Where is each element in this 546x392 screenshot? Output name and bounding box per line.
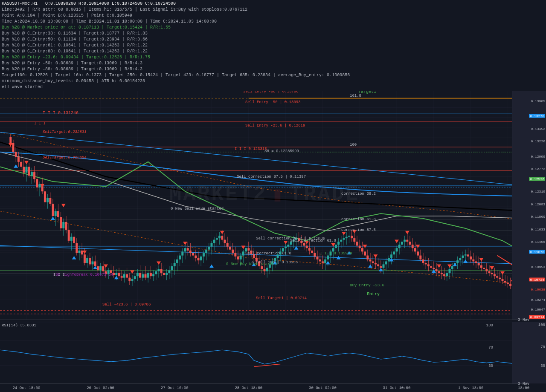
- price-0.12319: 0.12319: [531, 190, 545, 193]
- sell-corr-61-8-label: Sell correction 61.8: [290, 239, 336, 243]
- price-0.13452: 0.13452: [531, 127, 545, 130]
- price-axis: 0.14586 0.14363 0.14136 0.13905 0.13270 …: [512, 68, 546, 320]
- price-0.13270: 0.13270: [529, 114, 545, 118]
- symbol-label: KASUSDT-Mxc.H1: [2, 1, 38, 6]
- price-0.10953: 0.10953: [531, 265, 545, 269]
- buy-market-label: Buy %20 @ Market price or at: 0.107113 |…: [2, 25, 171, 30]
- rsi-axis-30: 30: [540, 364, 545, 368]
- price-0.12093: 0.12093: [531, 202, 545, 206]
- price-0.11860: 0.11860: [531, 215, 545, 219]
- info-line-3: Time A:2024.10.30 13:00:00 | Time B:2024…: [2, 19, 544, 25]
- price-0.11633: 0.11633: [531, 227, 545, 231]
- sell-target-label: Sell Target1 | 0.09714: [256, 296, 307, 300]
- sell-target-3-label: SellTarget:0.232831: [43, 130, 87, 134]
- price-0.10047: 0.10047: [531, 308, 545, 311]
- price-blue-1: 0.13270: [529, 114, 545, 118]
- price-0.11406: 0.11406: [531, 240, 545, 244]
- chart-container: KASUSDT-Mxc.H1 O:0.10890200 H:0.10914000…: [0, 0, 546, 392]
- iii-dots-1: I I I: [34, 121, 46, 126]
- sell-corr-87-5-label: Sell correction 87.5 | 0.11397: [237, 175, 306, 179]
- buy-entry-label: Buy %20 @ Entry -23.6: 0.09434 | Target:…: [2, 55, 150, 60]
- buy-entry-label-chart: Buy Entry -23.6: [350, 283, 384, 288]
- ohlc-line: KASUSDT-Mxc.H1 O:0.10890200 H:0.10914000…: [2, 1, 544, 7]
- price-0.13226: 0.13226: [531, 139, 545, 143]
- price-0.10638: 0.10638: [531, 288, 545, 291]
- price-0.11078: 0.11078: [529, 250, 545, 254]
- rsi-time-4: 28 Oct 18:00: [235, 386, 262, 390]
- sell-423-label: Sell -423.6 | 0.09786: [102, 303, 151, 307]
- sell-corr-b-label: Sell correction 61.8: [245, 251, 291, 256]
- info-line-11: Buy %20 @ Entry -88: 0.08689 | Target:0.…: [2, 66, 544, 72]
- info-line-2: Point A:0.104 | Point B:0.123315 | Point…: [2, 13, 544, 19]
- iii-131246-label: I I I 0.131246: [43, 111, 78, 115]
- price-green-1: 0.12526: [529, 177, 545, 181]
- new-sell-wave-label: 0 New Sell wave started: [171, 207, 224, 211]
- info-bar: KASUSDT-Mxc.H1 O:0.10890200 H:0.10914000…: [0, 0, 546, 91]
- rsi-axis-70: 70: [540, 345, 545, 349]
- rsi-time-3: 27 Oct 10:00: [161, 386, 189, 390]
- info-line-8: Buy %10 @ C_Entry:88: 0.10641 | Target:0…: [2, 49, 544, 55]
- sell-entry-23-6b-label: Sell Entry -23.6 | 0.12619: [245, 124, 305, 128]
- corr-61-8-label: correction 61.8: [341, 217, 376, 222]
- price-0.12999: 0.12999: [531, 154, 545, 158]
- iii-dots-2: I I I: [53, 273, 65, 277]
- price-red-bottom: 0.09714: [529, 315, 545, 319]
- rsi-time-5: 30 Oct 02:00: [309, 386, 337, 390]
- new-buy-wave-label: 0 New Buy Wave started: [226, 262, 277, 266]
- info-line-6: Buy %10 @ C_Entry:50: 0.11134 | Target:0…: [2, 37, 544, 43]
- iii-123315-label: I I I 0.123315: [235, 147, 267, 151]
- entry-text-label: Entry: [367, 292, 380, 297]
- rsi-time-1: 24 Oct 18:00: [13, 386, 41, 390]
- fib-161-right: 161.8: [350, 94, 361, 98]
- rsi-time-7: 1 Nov 18:00: [458, 386, 483, 390]
- info-line-1: Line:3492 | R/R attr: 60 0.0015 | Items_…: [2, 7, 544, 13]
- sell-entry-50-label: Sell Entry -50 | 0.13093: [245, 100, 301, 104]
- main-chart: MARKET2 ▮ TRADE Sell Stoploss | 0.140964…: [0, 68, 529, 320]
- price-0.12772: 0.12772: [531, 167, 545, 171]
- rsi-100-label: 100: [486, 323, 493, 328]
- iii-105949-label: I I I 0.105949: [320, 251, 352, 256]
- rsi-time-8: 3 Nov 18:00: [518, 382, 529, 390]
- info-line-9: Buy %20 @ Entry -23.6: 0.09434 | Target:…: [2, 55, 544, 61]
- rsi-70-label: 70: [488, 346, 493, 350]
- rsi-canvas: [0, 322, 529, 383]
- rsi-price-axis: 100 70 30: [512, 322, 546, 383]
- price-0.09714: 0.09714: [529, 315, 545, 319]
- info-line-7: Buy %10 @ C_Entry:61: 0.10641 | Target:0…: [2, 43, 544, 49]
- ohlc-values: O:0.10890200 H:0.10914000 L:0.10724500 C…: [45, 1, 176, 6]
- rsi-30-label: 30: [488, 364, 493, 368]
- corr-38-2-label: correction 38.2: [341, 192, 376, 196]
- info-line-10: Buy %20 @ Entry -50: 0.08689 | Target:0.…: [2, 61, 544, 66]
- info-line-13: minimum_distance_buy_levels: 0.00458 | A…: [2, 78, 544, 84]
- fib-100-label: 100: [350, 143, 357, 147]
- info-line-14: ell wave started: [2, 84, 544, 90]
- sell-target-2-label: SellTarget:0.018684: [43, 156, 87, 160]
- info-line-5: Buy %10 @ C_Entry:38: 0.11634 | Target:0…: [2, 31, 544, 37]
- price-0.12526: 0.12526: [529, 177, 545, 181]
- rsi-chart: RSI(14) 35.8331 100 70 30: [0, 322, 529, 383]
- price-0.10274: 0.10274: [531, 297, 545, 301]
- rsi-time-6: 31 Oct 10:00: [383, 386, 411, 390]
- info-line-12: Target100: 0.12526 | Target 16h: 0.1373 …: [2, 72, 544, 78]
- price-blue-2: 0.11078: [529, 250, 545, 254]
- rsi-label: RSI(14) 35.8331: [2, 323, 36, 328]
- info-line-4: Buy %20 @ Market price or at: 0.107113 |…: [2, 25, 544, 31]
- main-canvas: [0, 68, 529, 320]
- price-current: 0.10724: [529, 277, 545, 281]
- rsi-time-2: 26 Oct 02:00: [87, 386, 114, 390]
- price-0.13905: 0.13905: [531, 99, 545, 103]
- rsi-time-axis: 24 Oct 18:00 26 Oct 02:00 27 Oct 10:00 2…: [0, 383, 529, 391]
- price-0.10724: 0.10724: [529, 277, 545, 281]
- fib-88-label: 88 = 0.12285999: [264, 149, 299, 153]
- corr-87-5-label: correction 87.5: [341, 228, 376, 232]
- rsi-axis-100: 100: [538, 323, 545, 327]
